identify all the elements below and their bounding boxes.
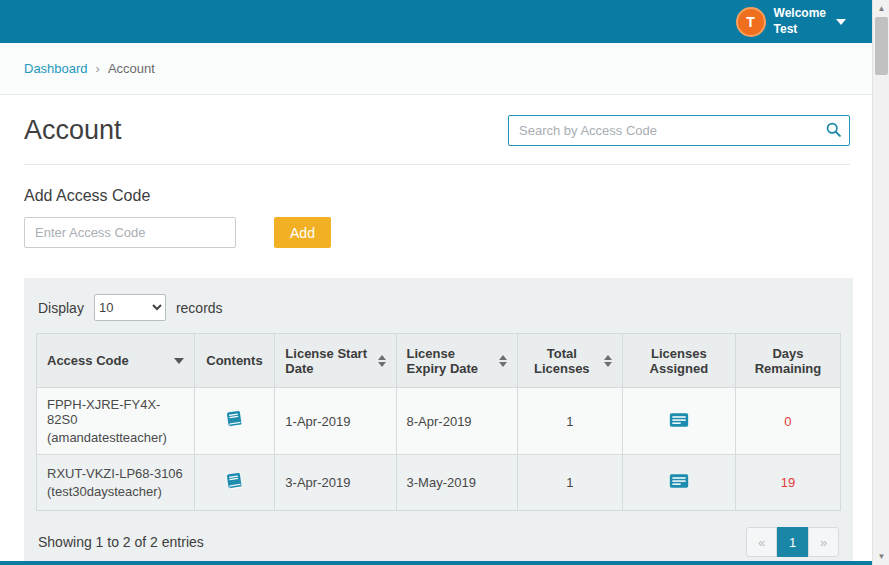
license-expiry-value: 3-May-2019 — [396, 455, 517, 511]
showing-entries-text: Showing 1 to 2 of 2 entries — [38, 534, 204, 550]
access-code-owner: (test30daysteacher) — [47, 484, 184, 499]
pagination-page-1-button[interactable]: 1 — [777, 527, 808, 557]
column-header-total-licenses[interactable]: Total Licenses — [517, 334, 622, 388]
contents-button[interactable] — [225, 472, 244, 494]
license-start-sort-icon[interactable] — [378, 355, 386, 367]
license-expiry-value: 8-Apr-2019 — [396, 388, 517, 455]
total-licenses-sort-icon[interactable] — [604, 355, 612, 367]
access-code-sort-caret-icon — [174, 358, 184, 364]
scrollbar-up-arrow-icon[interactable]: ▲ — [873, 0, 889, 17]
table-row: RXUT-VKZI-LP68-3106 (test30daysteacher) — [37, 455, 841, 511]
search-input[interactable] — [508, 115, 850, 146]
column-header-days-remaining: Days Remaining — [735, 334, 840, 388]
total-licenses-value: 1 — [517, 455, 622, 511]
access-code-search — [508, 115, 850, 146]
book-icon — [225, 479, 244, 494]
access-code-value: RXUT-VKZI-LP68-3106 — [47, 466, 184, 481]
total-licenses-value: 1 — [517, 388, 622, 455]
search-button[interactable] — [825, 121, 842, 141]
license-start-value: 1-Apr-2019 — [275, 388, 396, 455]
column-label-license-expiry: License Expiry Date — [407, 346, 491, 376]
page-title: Account — [24, 115, 122, 146]
license-start-value: 3-Apr-2019 — [275, 455, 396, 511]
access-code-value: FPPH-XJRE-FY4X-82S0 — [47, 397, 184, 427]
access-code-owner: (amandatestteacher) — [47, 430, 184, 445]
column-label-license-start: License Start Date — [285, 346, 369, 376]
pagination: « 1 » — [746, 527, 839, 557]
breadcrumb-separator: › — [96, 61, 100, 76]
column-label-licenses-assigned: Licenses Assigned — [650, 346, 709, 376]
username-label: Test — [774, 22, 826, 38]
book-icon — [225, 417, 244, 432]
avatar[interactable]: T — [736, 7, 766, 37]
column-label-contents: Contents — [206, 353, 262, 368]
contents-button[interactable] — [225, 410, 244, 432]
column-header-license-expiry[interactable]: License Expiry Date — [396, 334, 517, 388]
days-remaining-value: 19 — [735, 455, 840, 511]
search-icon — [825, 126, 842, 141]
account-page: T Welcome Test Dashboard › Account Accou… — [0, 0, 889, 565]
breadcrumb: Dashboard › Account — [0, 43, 872, 95]
bottom-accent-bar — [0, 561, 872, 565]
column-header-licenses-assigned: Licenses Assigned — [622, 334, 735, 388]
breadcrumb-current: Account — [108, 61, 155, 76]
breadcrumb-dashboard-link[interactable]: Dashboard — [24, 61, 88, 76]
top-header-bar: T Welcome Test — [0, 0, 872, 43]
scrollbar-down-arrow-icon[interactable]: ▼ — [873, 548, 889, 565]
assigned-list-icon — [669, 477, 689, 492]
table-header-row: Access Code Contents License Start Date — [37, 334, 841, 388]
license-expiry-sort-icon[interactable] — [499, 355, 507, 367]
licenses-table: Access Code Contents License Start Date — [36, 333, 841, 511]
welcome-user-menu[interactable]: Welcome Test — [774, 6, 826, 37]
access-code-input[interactable] — [24, 217, 236, 248]
records-per-page-select[interactable]: 10 — [94, 294, 166, 321]
welcome-label: Welcome — [774, 6, 826, 22]
vertical-scrollbar[interactable]: ▲ ▼ — [872, 0, 889, 565]
days-remaining-value: 0 — [735, 388, 840, 455]
licenses-assigned-button[interactable] — [669, 412, 689, 431]
user-menu-chevron-down-icon[interactable] — [836, 19, 846, 25]
scrollbar-thumb[interactable] — [875, 17, 888, 75]
add-access-code-heading: Add Access Code — [24, 187, 848, 205]
assigned-list-icon — [669, 416, 689, 431]
column-label-total-licenses: Total Licenses — [528, 346, 596, 376]
records-label: records — [176, 300, 223, 316]
column-label-days-remaining: Days Remaining — [755, 346, 821, 376]
add-button[interactable]: Add — [274, 217, 331, 248]
column-header-contents: Contents — [194, 334, 275, 388]
pagination-next-button[interactable]: » — [808, 527, 839, 557]
licenses-panel: Display 10 records Access Code — [24, 278, 853, 565]
licenses-assigned-button[interactable] — [669, 473, 689, 492]
column-header-access-code[interactable]: Access Code — [37, 334, 195, 388]
pagination-prev-button[interactable]: « — [746, 527, 777, 557]
table-row: FPPH-XJRE-FY4X-82S0 (amandatestteacher) — [37, 388, 841, 455]
column-label-access-code: Access Code — [47, 353, 129, 368]
column-header-license-start[interactable]: License Start Date — [275, 334, 396, 388]
display-label: Display — [38, 300, 84, 316]
